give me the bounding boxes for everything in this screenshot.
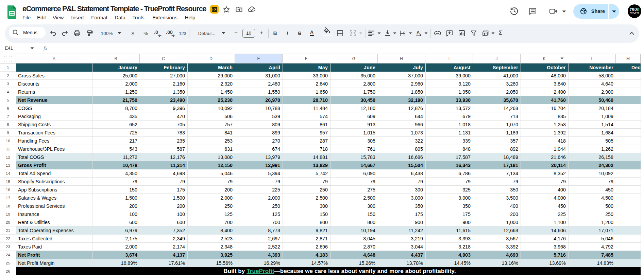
svg-text:A: A (417, 30, 420, 35)
